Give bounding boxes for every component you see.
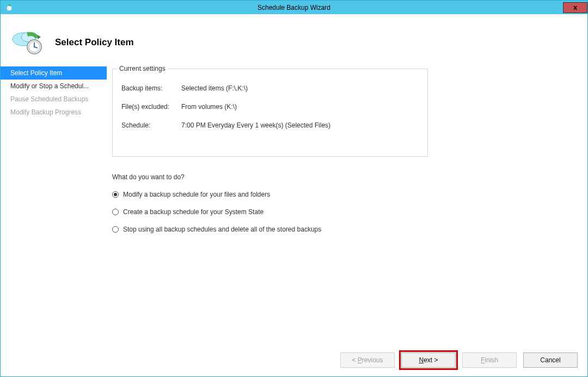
wizard-content: Current settings Backup items: Selected …	[107, 66, 587, 347]
schedule-label: Schedule:	[121, 121, 181, 129]
finish-button: Finish	[462, 352, 517, 368]
files-excluded-value: From volumes (K:\)	[181, 103, 237, 111]
svg-point-7	[34, 46, 35, 48]
backup-items-label: Backup items:	[121, 84, 181, 92]
option-modify-label: Modify a backup schedule for your files …	[123, 191, 270, 198]
cancel-button[interactable]: Cancel	[523, 352, 578, 368]
schedule-row: Schedule: 7:00 PM Everyday Every 1 week(…	[121, 121, 419, 129]
wizard-footer: < Previous Next > Finish Cancel	[1, 347, 587, 376]
next-button[interactable]: Next >	[401, 352, 456, 368]
option-create-label: Create a backup schedule for your System…	[123, 208, 264, 216]
window-title: Schedule Backup Wizard	[1, 4, 587, 11]
wizard-window: Schedule Backup Wizard x Select Policy I…	[0, 0, 588, 377]
nav-select-policy-item[interactable]: Select Policy Item	[1, 66, 107, 80]
wizard-header-icon	[11, 29, 42, 56]
nav-pause-scheduled: Pause Scheduled Backups	[1, 93, 107, 106]
option-create[interactable]: Create a backup schedule for your System…	[112, 208, 571, 216]
option-modify[interactable]: Modify a backup schedule for your files …	[112, 191, 571, 198]
option-stop-label: Stop using all backup schedules and dele…	[123, 226, 321, 233]
nav-modify-progress: Modify Backup Progress	[1, 106, 107, 119]
radio-icon	[112, 191, 119, 198]
question-label: What do you want to do?	[112, 173, 571, 181]
svg-point-0	[7, 5, 12, 11]
backup-items-value: Selected items (F:\,K:\)	[181, 84, 248, 92]
option-stop[interactable]: Stop using all backup schedules and dele…	[112, 226, 571, 233]
previous-button: < Previous	[340, 352, 395, 368]
titlebar: Schedule Backup Wizard x	[1, 1, 587, 14]
current-settings-group: Current settings Backup items: Selected …	[112, 69, 428, 157]
wizard-body: Select Policy Item Modify or Stop a Sche…	[1, 66, 587, 347]
current-settings-title: Current settings	[117, 65, 168, 72]
files-excluded-label: File(s) excluded:	[121, 103, 181, 111]
close-button[interactable]: x	[563, 2, 587, 13]
wizard-header: Select Policy Item	[1, 14, 587, 66]
wizard-nav: Select Policy Item Modify or Stop a Sche…	[1, 66, 107, 347]
app-icon	[4, 2, 15, 13]
schedule-value: 7:00 PM Everyday Every 1 week(s) (Select…	[181, 121, 330, 129]
files-excluded-row: File(s) excluded: From volumes (K:\)	[121, 103, 419, 111]
backup-items-row: Backup items: Selected items (F:\,K:\)	[121, 84, 419, 92]
radio-icon	[112, 209, 119, 215]
page-title: Select Policy Item	[55, 37, 134, 48]
radio-icon	[112, 226, 119, 233]
nav-modify-or-stop[interactable]: Modify or Stop a Schedul...	[1, 80, 107, 93]
